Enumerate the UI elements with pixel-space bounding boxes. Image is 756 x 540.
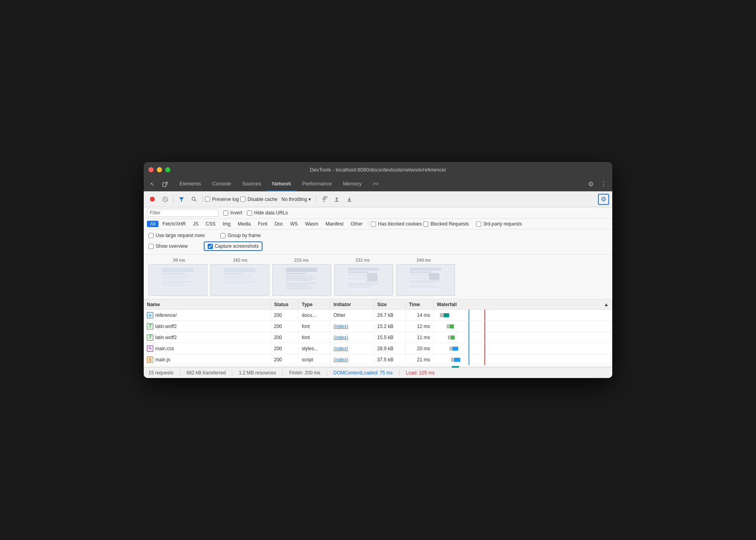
type-btn-css[interactable]: CSS (202, 221, 219, 227)
disable-cache-checkbox[interactable] (240, 197, 245, 202)
th-type[interactable]: Type (299, 299, 330, 309)
td-time-0: 14 ms (406, 310, 434, 320)
download-icon-btn[interactable] (344, 194, 355, 204)
has-blocked-cookies-checkbox[interactable] (371, 222, 376, 227)
minimize-button[interactable] (157, 167, 162, 172)
type-btn-ws[interactable]: WS (287, 221, 301, 227)
type-btn-font[interactable]: Font (255, 221, 270, 227)
svg-rect-60 (410, 287, 438, 288)
upload-icon-btn[interactable] (331, 194, 342, 204)
group-by-frame-label[interactable]: Group by frame (220, 233, 260, 238)
td-size-1: 15.2 kB (374, 321, 406, 332)
third-party-checkbox[interactable] (476, 222, 481, 227)
table-row[interactable]: ✎ main.css 200 styles... (index) 28.9 kB… (144, 343, 612, 354)
screenshot-thumb-2[interactable] (272, 264, 331, 296)
table-row[interactable]: T latin.woff2 200 font (index) 15.2 kB 1… (144, 321, 612, 332)
table-row[interactable]: T latin.woff2 200 font (index) 15.5 kB 1… (144, 332, 612, 343)
screenshot-thumb-4[interactable] (396, 264, 455, 296)
type-btn-wasm[interactable]: Wasm (302, 221, 322, 227)
finish-time: Finish: 200 ms (289, 370, 320, 376)
td-initiator-2[interactable]: (index) (330, 332, 374, 343)
capture-screenshots-checkbox[interactable] (208, 244, 213, 249)
network-toolbar: ⏺ Preserve (144, 191, 612, 207)
type-btn-fetch[interactable]: Fetch/XHR (159, 221, 189, 227)
tab-console[interactable]: Console (206, 177, 237, 191)
type-btn-all[interactable]: All (147, 221, 158, 227)
settings-icon-btn[interactable]: ⚙ (585, 179, 596, 189)
filter-button[interactable] (176, 194, 187, 204)
show-overview-label[interactable]: Show overview (148, 243, 188, 249)
tabs-right: ⚙ ⋮ (585, 179, 609, 189)
capture-screenshots-label[interactable]: Capture screenshots (208, 243, 259, 249)
invert-checkbox[interactable] (223, 210, 228, 216)
device-icon-btn[interactable] (160, 179, 171, 189)
screenshot-thumb-3[interactable] (334, 264, 393, 296)
th-initiator[interactable]: Initiator (330, 299, 374, 309)
sort-icon: ▲ (604, 302, 609, 307)
type-btn-manifest[interactable]: Manifest (322, 221, 347, 227)
devtools-window: DevTools - localhost:8080/docs/devtools/… (144, 162, 612, 378)
screenshot-thumb-0[interactable] (148, 264, 207, 296)
use-large-rows-checkbox[interactable] (148, 233, 154, 238)
maximize-button[interactable] (165, 167, 170, 172)
preserve-log-label[interactable]: Preserve log (205, 197, 239, 202)
record-button[interactable]: ⏺ (147, 194, 158, 204)
screenshot-thumb-1[interactable] (210, 264, 269, 296)
table-row[interactable]: {} main.js 200 script (index) 37.5 kB 21… (144, 354, 612, 365)
screenshot-time-1: 182 ms (210, 258, 271, 262)
tab-sources[interactable]: Sources (237, 177, 267, 191)
disable-cache-label[interactable]: Disable cache (240, 197, 277, 202)
file-icon-doc: ≡ (147, 312, 153, 318)
tab-performance[interactable]: Performance (297, 177, 337, 191)
filter-input[interactable] (162, 210, 222, 216)
group-by-frame-checkbox[interactable] (220, 233, 226, 238)
type-btn-doc[interactable]: Doc (271, 221, 286, 227)
blocked-requests-label[interactable]: Blocked Requests (423, 221, 469, 227)
td-status-0: 200 (271, 310, 299, 320)
svg-rect-39 (286, 288, 310, 289)
show-overview-checkbox[interactable] (148, 244, 154, 249)
more-icon-btn[interactable]: ⋮ (598, 179, 609, 189)
screenshots-times: 99 ms 182 ms 215 ms 232 ms 249 ms (148, 258, 608, 262)
preserve-log-checkbox[interactable] (205, 197, 210, 202)
type-btn-media[interactable]: Media (235, 221, 254, 227)
td-initiator-3[interactable]: (index) (330, 343, 374, 354)
td-initiator-1[interactable]: (index) (330, 321, 374, 332)
th-waterfall[interactable]: Waterfall ▲ (434, 299, 612, 309)
title-bar: DevTools - localhost:8080/docs/devtools/… (144, 162, 612, 177)
th-name[interactable]: Name (144, 299, 271, 309)
throttle-selector[interactable]: No throttling ▾ (279, 196, 314, 203)
divider-2 (202, 195, 202, 203)
type-btn-other[interactable]: Other (347, 221, 366, 227)
wifi-icon-btn[interactable] (318, 194, 330, 204)
th-status[interactable]: Status (271, 299, 299, 309)
tab-memory[interactable]: Memory (338, 177, 367, 191)
cursor-icon-btn[interactable]: ↖ (147, 179, 158, 189)
blocked-requests-checkbox[interactable] (423, 222, 428, 227)
traffic-lights (148, 167, 170, 172)
search-button[interactable] (189, 194, 200, 204)
svg-rect-51 (410, 268, 442, 270)
type-btn-img[interactable]: Img (220, 221, 234, 227)
use-large-rows-label[interactable]: Use large request rows (148, 233, 204, 238)
type-btn-js[interactable]: JS (190, 221, 202, 227)
th-size[interactable]: Size (374, 299, 406, 309)
hide-data-urls-checkbox[interactable] (247, 210, 252, 216)
settings-highlighted-button[interactable]: ⚙ (598, 194, 609, 205)
third-party-label[interactable]: 3rd-party requests (476, 221, 522, 227)
tab-elements[interactable]: Elements (174, 177, 206, 191)
th-time[interactable]: Time (406, 299, 434, 309)
td-initiator-4[interactable]: (index) (330, 354, 374, 365)
has-blocked-cookies-label[interactable]: Has blocked cookies (371, 221, 422, 227)
td-status-2: 200 (271, 332, 299, 343)
td-waterfall-4 (434, 354, 612, 365)
table-row[interactable]: ≡ reference/ 200 docu... Other 29.7 kB 1… (144, 310, 612, 321)
hide-data-urls-label[interactable]: Hide data URLs (247, 210, 288, 216)
stop-button[interactable] (160, 194, 171, 204)
tab-more[interactable]: >> (367, 177, 384, 191)
invert-label[interactable]: Invert (223, 210, 242, 216)
svg-rect-14 (162, 273, 183, 274)
td-status-1: 200 (271, 321, 299, 332)
tab-network[interactable]: Network (267, 177, 297, 191)
close-button[interactable] (148, 167, 154, 172)
